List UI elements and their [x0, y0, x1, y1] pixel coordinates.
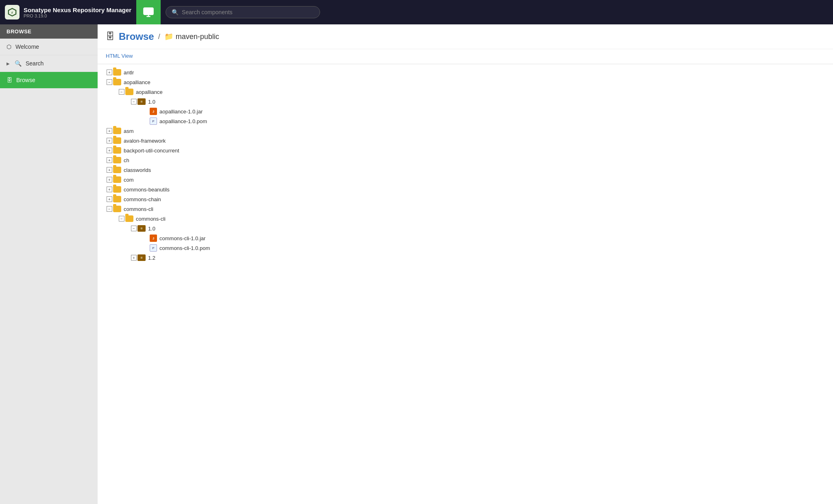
commons-cli-label[interactable]: commons-cli [124, 206, 153, 212]
aopalliance-10-toggle[interactable] [130, 98, 137, 105]
commons-cli-folder-icon [113, 206, 121, 212]
antlr-label[interactable]: antlr [124, 70, 134, 76]
aopalliance-folder-icon [113, 79, 121, 85]
tree-row-commons-chain: commons-chain [98, 194, 833, 204]
sidebar-search-label: Search [26, 60, 44, 67]
commons-beanutils-label[interactable]: commons-beanutils [124, 187, 170, 193]
ch-folder-icon [113, 157, 121, 163]
tree-row-asm: asm [98, 126, 833, 136]
asm-folder-icon [113, 128, 121, 134]
tree-row-backport: backport-util-concurrent [98, 146, 833, 155]
commons-cli-10-label[interactable]: 1.0 [148, 226, 155, 232]
avalon-label[interactable]: avalon-framework [124, 138, 166, 144]
topbar: r Sonatype Nexus Repository Manager PRO … [0, 0, 833, 24]
ch-label[interactable]: ch [124, 157, 129, 163]
browse-nav-button[interactable] [136, 0, 161, 24]
jar-icon-aopalliance: J [150, 108, 157, 115]
asm-label[interactable]: asm [124, 128, 134, 134]
classworlds-toggle[interactable] [106, 166, 113, 174]
commons-chain-label[interactable]: commons-chain [124, 196, 161, 202]
commons-chain-folder-icon [113, 196, 121, 202]
aopalliance-sub-label[interactable]: aopalliance [136, 89, 163, 95]
commons-cli-12-version-icon [137, 254, 146, 261]
breadcrumb-repo-name: maven-public [176, 33, 219, 41]
repo-icon: 📁 [164, 32, 173, 41]
commons-cli-sub-toggle[interactable] [118, 215, 125, 222]
tree-row-classworlds: classworlds [98, 165, 833, 175]
search-input[interactable] [182, 9, 314, 15]
aopalliance-toggle[interactable] [106, 78, 113, 86]
sidebar-browse-label: Browse [16, 77, 35, 83]
sidebar-item-search[interactable]: ▶ 🔍 Search [0, 55, 98, 72]
backport-folder-icon [113, 147, 121, 154]
svg-point-3 [147, 10, 150, 13]
com-label[interactable]: com [124, 177, 134, 183]
backport-label[interactable]: backport-util-concurrent [124, 148, 179, 154]
aopalliance-10-pom-label[interactable]: aopalliance-1.0.pom [159, 118, 207, 124]
tree-row-commons-cli: commons-cli [98, 204, 833, 214]
classworlds-label[interactable]: classworlds [124, 167, 151, 173]
browse-db-icon: 🗄 [106, 31, 115, 42]
tree-row-antlr: antlr [98, 67, 833, 77]
sidebar: Browse ⬡ Welcome ▶ 🔍 Search 🗄 Browse [0, 24, 98, 504]
commons-cli-10-pom-label[interactable]: commons-cli-1.0.pom [159, 245, 210, 251]
tree-row-ch: ch [98, 155, 833, 165]
classworlds-folder-icon [113, 167, 121, 173]
breadcrumb-title: Browse [119, 31, 154, 42]
tree-row-aopalliance: aopalliance [98, 77, 833, 87]
html-view-link[interactable]: HTML View [106, 53, 133, 59]
commons-cli-sub-folder-icon [125, 215, 133, 222]
asm-toggle[interactable] [106, 127, 113, 135]
content-area: 🗄 Browse / 📁 maven-public HTML View antl… [98, 24, 833, 504]
com-toggle[interactable] [106, 176, 113, 183]
commons-cli-sub-label[interactable]: commons-cli [136, 216, 166, 222]
hexagon-icon: ⬡ [7, 43, 11, 50]
tree-row-avalon: avalon-framework [98, 136, 833, 146]
tree-row-commons-cli-sub: commons-cli [98, 214, 833, 224]
svg-text:r: r [11, 11, 13, 15]
tree-row-aopalliance-10-jar: J aopalliance-1.0.jar [98, 106, 833, 116]
commons-cli-toggle[interactable] [106, 205, 113, 213]
aopalliance-label[interactable]: aopalliance [124, 79, 150, 85]
commons-cli-10-toggle[interactable] [130, 225, 137, 232]
avalon-folder-icon [113, 137, 121, 144]
commons-beanutils-toggle[interactable] [106, 186, 113, 193]
backport-toggle[interactable] [106, 147, 113, 154]
commons-beanutils-folder-icon [113, 186, 121, 193]
commons-cli-10-version-icon [137, 225, 146, 232]
ch-toggle[interactable] [106, 156, 113, 164]
search-icon-sidebar: 🔍 [15, 60, 22, 67]
sidebar-header: Browse [0, 24, 98, 39]
search-bar[interactable]: 🔍 [166, 6, 320, 18]
commons-cli-12-label[interactable]: 1.2 [148, 255, 155, 261]
breadcrumb-repo: 📁 maven-public [164, 32, 219, 41]
aopalliance-10-label[interactable]: 1.0 [148, 99, 155, 105]
tree-row-commons-cli-10-jar: J commons-cli-1.0.jar [98, 233, 833, 243]
search-icon: 🔍 [172, 9, 179, 15]
sidebar-welcome-label: Welcome [15, 43, 39, 50]
app-name: Sonatype Nexus Repository Manager [24, 7, 131, 13]
brand: r Sonatype Nexus Repository Manager PRO … [5, 5, 131, 20]
tree-row-com: com [98, 175, 833, 185]
antlr-toggle[interactable] [106, 69, 113, 76]
tree-row-aopalliance-10: 1.0 [98, 97, 833, 106]
app-logo: r [5, 5, 20, 20]
jar-icon-commons-cli: J [150, 235, 157, 242]
app-version: PRO 3.19.0 [24, 13, 131, 18]
commons-cli-12-toggle[interactable] [130, 254, 137, 261]
aopalliance-sub-toggle[interactable] [118, 88, 125, 96]
tree-row-aopalliance-sub: aopalliance [98, 87, 833, 97]
tree-row-commons-cli-12: 1.2 [98, 253, 833, 263]
aopalliance-10-jar-label[interactable]: aopalliance-1.0.jar [159, 109, 203, 115]
tree-row-commons-cli-10-pom: P commons-cli-1.0.pom [98, 243, 833, 253]
tree-row-aopalliance-10-pom: P aopalliance-1.0.pom [98, 116, 833, 126]
tree-row-commons-cli-10: 1.0 [98, 224, 833, 233]
breadcrumb: 🗄 Browse / 📁 maven-public [98, 24, 833, 49]
commons-cli-10-jar-label[interactable]: commons-cli-1.0.jar [159, 235, 205, 241]
sidebar-item-welcome[interactable]: ⬡ Welcome [0, 39, 98, 55]
sidebar-item-browse[interactable]: 🗄 Browse [0, 72, 98, 89]
commons-chain-toggle[interactable] [106, 196, 113, 203]
aopalliance-sub-folder-icon [125, 89, 133, 95]
avalon-toggle[interactable] [106, 137, 113, 144]
aopalliance-10-version-icon [137, 98, 146, 105]
